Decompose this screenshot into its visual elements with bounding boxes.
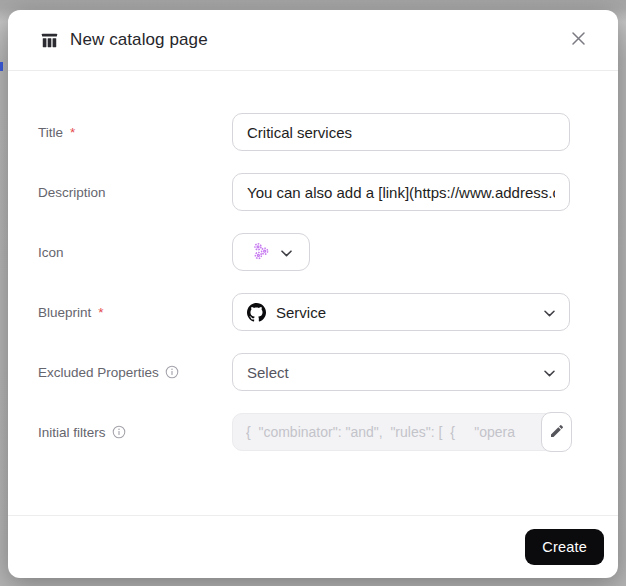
required-asterisk: *	[70, 125, 75, 140]
blueprint-select[interactable]: Service	[232, 293, 570, 331]
github-icon	[247, 303, 266, 322]
title-field-row: Title*	[38, 113, 578, 151]
initial-filters-field-row: Initial filters	[38, 413, 578, 451]
close-button[interactable]	[564, 26, 592, 54]
blueprint-value: Service	[276, 304, 326, 321]
select-placeholder: Select	[247, 364, 289, 381]
blueprint-field-row: Blueprint* Service	[38, 293, 578, 331]
new-catalog-page-dialog: New catalog page Title* Description	[8, 10, 618, 578]
dialog-title: New catalog page	[70, 30, 208, 50]
icon-field-row: Icon	[38, 233, 578, 271]
excluded-properties-label: Excluded Properties	[38, 365, 232, 380]
description-input[interactable]	[232, 173, 570, 211]
excluded-properties-select[interactable]: Select	[232, 353, 570, 391]
chevron-down-icon	[281, 245, 292, 260]
info-icon[interactable]	[112, 425, 126, 439]
icon-label: Icon	[38, 245, 232, 260]
edit-filters-button[interactable]	[541, 412, 572, 452]
title-input[interactable]	[232, 113, 570, 151]
chevron-down-icon	[544, 363, 555, 381]
gears-cluster-icon	[251, 241, 271, 264]
description-label: Description	[38, 185, 232, 200]
info-icon[interactable]	[165, 365, 179, 379]
dialog-footer: Create	[8, 515, 618, 578]
pencil-icon	[549, 423, 565, 442]
required-asterisk: *	[98, 305, 103, 320]
catalog-page-icon	[40, 31, 59, 50]
blueprint-label: Blueprint*	[38, 305, 232, 320]
dialog-header: New catalog page	[8, 10, 618, 71]
chevron-down-icon	[544, 303, 555, 321]
initial-filters-label: Initial filters	[38, 425, 232, 440]
icon-dropdown[interactable]	[232, 233, 310, 271]
initial-filters-input	[232, 413, 570, 451]
excluded-properties-field-row: Excluded Properties Select	[38, 353, 578, 391]
description-field-row: Description	[38, 173, 578, 211]
create-button[interactable]: Create	[525, 529, 604, 565]
title-label: Title*	[38, 125, 232, 140]
close-icon	[571, 31, 586, 49]
dialog-body: Title* Description Icon	[8, 71, 618, 515]
background-page-fragment	[0, 62, 3, 71]
